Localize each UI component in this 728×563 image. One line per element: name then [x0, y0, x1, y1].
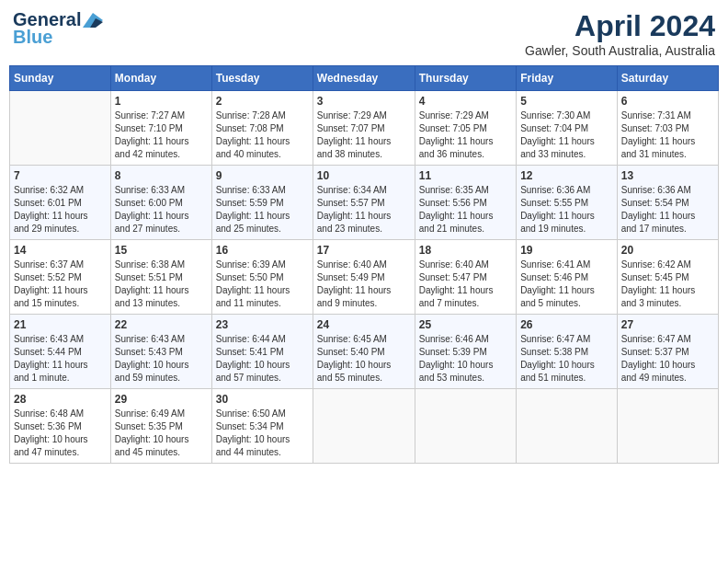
day-number: 22	[115, 318, 208, 331]
day-cell: 4Sunrise: 7:29 AMSunset: 7:05 PMDaylight…	[415, 91, 516, 166]
week-row-1: 1Sunrise: 7:27 AMSunset: 7:10 PMDaylight…	[10, 91, 719, 166]
day-info: Sunrise: 6:33 AMSunset: 6:00 PMDaylight:…	[115, 184, 208, 236]
header-cell-monday: Monday	[110, 66, 211, 91]
month-title: April 2024	[525, 9, 715, 43]
day-info: Sunrise: 6:34 AMSunset: 5:57 PMDaylight:…	[317, 184, 411, 236]
day-number: 12	[520, 169, 613, 182]
title-block: April 2024 Gawler, South Australia, Aust…	[525, 9, 715, 58]
day-info: Sunrise: 7:30 AMSunset: 7:04 PMDaylight:…	[520, 109, 613, 161]
day-info: Sunrise: 6:49 AMSunset: 5:35 PMDaylight:…	[115, 408, 208, 459]
day-number: 10	[317, 169, 411, 182]
day-number: 13	[621, 169, 714, 182]
day-info: Sunrise: 6:46 AMSunset: 5:39 PMDaylight:…	[419, 333, 512, 385]
day-cell	[10, 91, 111, 166]
calendar-body: 1Sunrise: 7:27 AMSunset: 7:10 PMDaylight…	[10, 91, 719, 464]
day-info: Sunrise: 6:36 AMSunset: 5:55 PMDaylight:…	[520, 184, 613, 236]
day-number: 2	[216, 95, 309, 108]
day-cell: 13Sunrise: 6:36 AMSunset: 5:54 PMDayligh…	[617, 166, 718, 240]
day-cell: 28Sunrise: 6:48 AMSunset: 5:36 PMDayligh…	[10, 389, 111, 464]
day-number: 27	[621, 318, 714, 331]
day-number: 25	[419, 318, 512, 331]
header-row: SundayMondayTuesdayWednesdayThursdayFrid…	[10, 66, 719, 91]
day-cell: 30Sunrise: 6:50 AMSunset: 5:34 PMDayligh…	[211, 389, 313, 464]
day-cell: 29Sunrise: 6:49 AMSunset: 5:35 PMDayligh…	[110, 389, 211, 464]
day-info: Sunrise: 6:39 AMSunset: 5:50 PMDaylight:…	[216, 259, 309, 310]
day-cell: 26Sunrise: 6:47 AMSunset: 5:38 PMDayligh…	[517, 315, 618, 389]
day-number: 3	[317, 95, 411, 108]
logo: General Blue	[13, 9, 103, 48]
day-cell: 15Sunrise: 6:38 AMSunset: 5:51 PMDayligh…	[110, 240, 211, 315]
day-info: Sunrise: 6:32 AMSunset: 6:01 PMDaylight:…	[14, 184, 107, 236]
day-info: Sunrise: 6:35 AMSunset: 5:56 PMDaylight:…	[419, 184, 512, 236]
day-cell	[415, 389, 516, 464]
day-info: Sunrise: 6:43 AMSunset: 5:43 PMDaylight:…	[115, 333, 208, 385]
day-number: 21	[14, 318, 107, 331]
day-cell: 25Sunrise: 6:46 AMSunset: 5:39 PMDayligh…	[415, 315, 516, 389]
day-cell: 7Sunrise: 6:32 AMSunset: 6:01 PMDaylight…	[10, 166, 111, 240]
day-info: Sunrise: 6:48 AMSunset: 5:36 PMDaylight:…	[14, 408, 107, 459]
day-info: Sunrise: 6:36 AMSunset: 5:54 PMDaylight:…	[621, 184, 714, 236]
day-cell: 18Sunrise: 6:40 AMSunset: 5:47 PMDayligh…	[415, 240, 516, 315]
day-cell: 20Sunrise: 6:42 AMSunset: 5:45 PMDayligh…	[617, 240, 718, 315]
week-row-4: 21Sunrise: 6:43 AMSunset: 5:44 PMDayligh…	[10, 315, 719, 389]
day-number: 6	[621, 95, 714, 108]
page-header: General Blue April 2024 Gawler, South Au…	[9, 9, 719, 58]
day-info: Sunrise: 6:50 AMSunset: 5:34 PMDaylight:…	[216, 408, 309, 459]
day-cell: 12Sunrise: 6:36 AMSunset: 5:55 PMDayligh…	[517, 166, 618, 240]
day-cell: 10Sunrise: 6:34 AMSunset: 5:57 PMDayligh…	[313, 166, 415, 240]
day-info: Sunrise: 6:38 AMSunset: 5:51 PMDaylight:…	[115, 259, 208, 310]
day-cell: 2Sunrise: 7:28 AMSunset: 7:08 PMDaylight…	[211, 91, 313, 166]
day-number: 7	[14, 169, 107, 182]
day-cell: 6Sunrise: 7:31 AMSunset: 7:03 PMDaylight…	[617, 91, 718, 166]
day-info: Sunrise: 7:29 AMSunset: 7:05 PMDaylight:…	[419, 109, 512, 161]
day-info: Sunrise: 6:33 AMSunset: 5:59 PMDaylight:…	[216, 184, 309, 236]
day-cell: 21Sunrise: 6:43 AMSunset: 5:44 PMDayligh…	[10, 315, 111, 389]
week-row-3: 14Sunrise: 6:37 AMSunset: 5:52 PMDayligh…	[10, 240, 719, 315]
day-cell: 11Sunrise: 6:35 AMSunset: 5:56 PMDayligh…	[415, 166, 516, 240]
header-cell-friday: Friday	[517, 66, 618, 91]
day-number: 15	[115, 244, 208, 257]
day-number: 11	[419, 169, 512, 182]
day-cell: 5Sunrise: 7:30 AMSunset: 7:04 PMDaylight…	[517, 91, 618, 166]
day-cell	[617, 389, 718, 464]
day-cell: 23Sunrise: 6:44 AMSunset: 5:41 PMDayligh…	[211, 315, 313, 389]
day-number: 18	[419, 244, 512, 257]
day-cell: 1Sunrise: 7:27 AMSunset: 7:10 PMDaylight…	[110, 91, 211, 166]
day-cell: 17Sunrise: 6:40 AMSunset: 5:49 PMDayligh…	[313, 240, 415, 315]
day-number: 23	[216, 318, 309, 331]
day-number: 16	[216, 244, 309, 257]
day-cell: 14Sunrise: 6:37 AMSunset: 5:52 PMDayligh…	[10, 240, 111, 315]
week-row-2: 7Sunrise: 6:32 AMSunset: 6:01 PMDaylight…	[10, 166, 719, 240]
day-number: 8	[115, 169, 208, 182]
day-info: Sunrise: 7:28 AMSunset: 7:08 PMDaylight:…	[216, 109, 309, 161]
calendar-table: SundayMondayTuesdayWednesdayThursdayFrid…	[9, 65, 719, 464]
day-cell: 19Sunrise: 6:41 AMSunset: 5:46 PMDayligh…	[517, 240, 618, 315]
day-cell: 3Sunrise: 7:29 AMSunset: 7:07 PMDaylight…	[313, 91, 415, 166]
day-info: Sunrise: 6:40 AMSunset: 5:47 PMDaylight:…	[419, 259, 512, 310]
day-info: Sunrise: 7:31 AMSunset: 7:03 PMDaylight:…	[621, 109, 714, 161]
day-info: Sunrise: 6:47 AMSunset: 5:38 PMDaylight:…	[520, 333, 613, 385]
day-info: Sunrise: 6:45 AMSunset: 5:40 PMDaylight:…	[317, 333, 411, 385]
header-cell-tuesday: Tuesday	[211, 66, 313, 91]
header-cell-wednesday: Wednesday	[313, 66, 415, 91]
day-number: 28	[14, 393, 107, 406]
day-cell: 22Sunrise: 6:43 AMSunset: 5:43 PMDayligh…	[110, 315, 211, 389]
day-cell: 9Sunrise: 6:33 AMSunset: 5:59 PMDaylight…	[211, 166, 313, 240]
header-cell-thursday: Thursday	[415, 66, 516, 91]
day-info: Sunrise: 6:40 AMSunset: 5:49 PMDaylight:…	[317, 259, 411, 310]
day-number: 14	[14, 244, 107, 257]
day-info: Sunrise: 6:42 AMSunset: 5:45 PMDaylight:…	[621, 259, 714, 310]
day-number: 24	[317, 318, 411, 331]
day-number: 1	[115, 95, 208, 108]
logo-icon	[83, 13, 103, 28]
day-number: 30	[216, 393, 309, 406]
day-info: Sunrise: 6:37 AMSunset: 5:52 PMDaylight:…	[14, 259, 107, 310]
day-cell: 16Sunrise: 6:39 AMSunset: 5:50 PMDayligh…	[211, 240, 313, 315]
location-title: Gawler, South Australia, Australia	[525, 43, 715, 58]
header-cell-sunday: Sunday	[10, 66, 111, 91]
header-cell-saturday: Saturday	[617, 66, 718, 91]
day-cell: 24Sunrise: 6:45 AMSunset: 5:40 PMDayligh…	[313, 315, 415, 389]
day-number: 26	[520, 318, 613, 331]
day-cell	[313, 389, 415, 464]
day-cell: 8Sunrise: 6:33 AMSunset: 6:00 PMDaylight…	[110, 166, 211, 240]
